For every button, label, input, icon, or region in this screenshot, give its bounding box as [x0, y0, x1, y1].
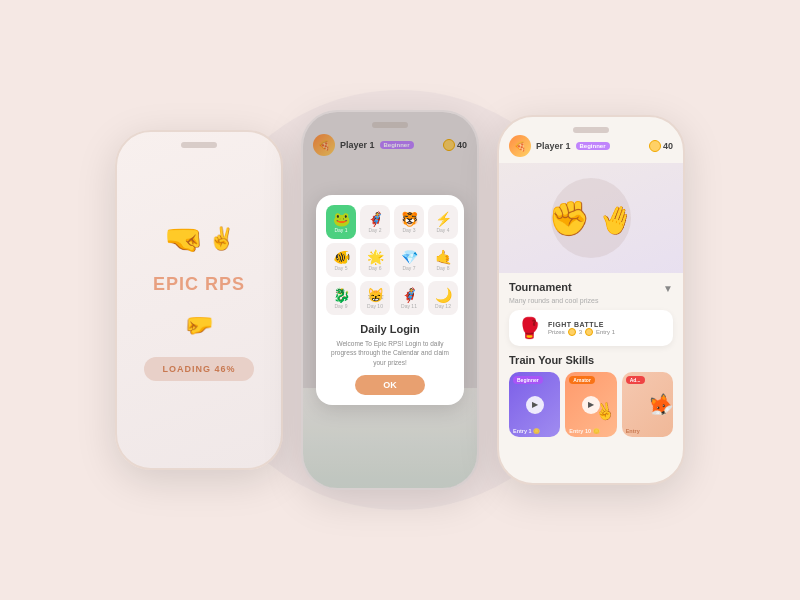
day1-icon: 🐸 — [333, 212, 350, 226]
day9-label: Day 9 — [334, 303, 347, 309]
loading-bar: LOADING 46% — [144, 357, 253, 381]
paper-hand-icon: 🤛 — [184, 311, 214, 339]
calendar-day-5: 🐠 Day 5 — [326, 243, 356, 277]
coin-count-3: 40 — [649, 140, 673, 152]
day9-icon: 🐉 — [333, 288, 350, 302]
day5-icon: 🐠 — [333, 250, 350, 264]
day2-icon: 🦸 — [367, 212, 384, 226]
player-name-3: Player 1 — [536, 141, 571, 151]
phone-loading: 🤜 ✌️ EPIC RPS 🤛 LOADING 46% — [115, 130, 283, 470]
tournament-subtitle: Many rounds and cool prizes — [509, 297, 673, 304]
day11-icon: 🦸 — [401, 288, 418, 302]
phone-daily-login: 🍕 Player 1 Beginner 40 🐸 Day 1 🦸 Day — [301, 110, 479, 490]
modal-title: Daily Login — [326, 323, 454, 335]
tournament-battle-icon: 🥊 — [517, 316, 542, 340]
day12-icon: 🌙 — [435, 288, 452, 302]
prize-coin-1 — [568, 328, 576, 336]
main-scene: 🤜 ✌️ EPIC RPS 🤛 LOADING 46% 🍕 Player 1 B… — [0, 0, 800, 600]
tournament-title: Tournament — [509, 281, 572, 293]
prize-coin-2 — [585, 328, 593, 336]
bottom-hands: 🤛 — [184, 311, 214, 339]
calendar-day-2: 🦸 Day 2 — [360, 205, 390, 239]
train-cards-container: Beginner ▶ Entry 1 🪙 Amator ▶ ✌️ Entry 1… — [509, 372, 673, 437]
calendar-day-10: 😸 Day 10 — [360, 281, 390, 315]
day8-label: Day 8 — [436, 265, 449, 271]
day1-label: Day 1 — [334, 227, 347, 233]
day8-icon: 🤙 — [435, 250, 452, 264]
day4-label: Day 4 — [436, 227, 449, 233]
calendar-day-6: 🌟 Day 6 — [360, 243, 390, 277]
top-hands: 🤜 ✌️ — [164, 220, 235, 258]
calendar-day-12: 🌙 Day 12 — [428, 281, 458, 315]
entry-1: Entry 1 🪙 — [509, 425, 560, 437]
modal-description: Welcome To Epic RPS! Login to daily prog… — [326, 339, 454, 366]
day2-label: Day 2 — [368, 227, 381, 233]
loading-text: LOADING 46% — [162, 364, 235, 374]
entry-3: Entry — [622, 425, 673, 437]
coin-icon-3 — [649, 140, 661, 152]
calendar-day-9: 🐉 Day 9 — [326, 281, 356, 315]
tournament-prizes: Prizes 3 Entry 1 — [548, 328, 665, 336]
hero-hands: ✊ 🤚 — [548, 198, 634, 238]
day10-label: Day 10 — [367, 303, 383, 309]
calendar-day-11: 🦸 Day 11 — [394, 281, 424, 315]
day7-label: Day 7 — [402, 265, 415, 271]
prizes-label: Prizes — [548, 329, 565, 335]
hero-hand-left: ✊ — [548, 199, 590, 237]
calendar-day-1: 🐸 Day 1 — [326, 205, 356, 239]
train-card-advanced[interactable]: Ad... 🦊 Entry — [622, 372, 673, 437]
phone-main: 🍕 Player 1 Beginner 40 ✊ 🤚 Tournament ▼ … — [497, 115, 685, 485]
train-card-beginner[interactable]: Beginner ▶ Entry 1 🪙 — [509, 372, 560, 437]
scissors-hand-icon: ✌️ — [208, 226, 235, 252]
avatar-3: 🍕 — [509, 135, 531, 157]
day11-label: Day 11 — [401, 303, 417, 309]
ok-button[interactable]: OK — [355, 375, 425, 395]
tournament-info: FIGHT BATTLE Prizes 3 Entry 1 — [548, 321, 665, 336]
tournament-name: FIGHT BATTLE — [548, 321, 665, 328]
daily-login-modal: 🐸 Day 1 🦸 Day 2 🐯 Day 3 ⚡ Day 4 — [316, 195, 464, 404]
train-title: Train Your Skills — [509, 354, 673, 366]
calendar-day-7: 💎 Day 7 — [394, 243, 424, 277]
player-badge-3: Beginner — [576, 142, 610, 150]
calendar-day-4: ⚡ Day 4 — [428, 205, 458, 239]
day3-icon: 🐯 — [401, 212, 418, 226]
day7-icon: 💎 — [401, 250, 418, 264]
train-card-amator[interactable]: Amator ▶ ✌️ Entry 10 🪙 — [565, 372, 616, 437]
prizes-value: 3 — [579, 329, 582, 335]
phone-notch-3 — [573, 127, 609, 133]
modal-overlay: 🐸 Day 1 🦸 Day 2 🐯 Day 3 ⚡ Day 4 — [303, 112, 477, 488]
hero-section: ✊ 🤚 — [499, 163, 683, 273]
phone3-header: 🍕 Player 1 Beginner 40 — [499, 117, 683, 163]
day4-icon: ⚡ — [435, 212, 452, 226]
coin-value-3: 40 — [663, 141, 673, 151]
day6-label: Day 6 — [368, 265, 381, 271]
rock-hand-icon: 🤜 — [164, 220, 204, 258]
calendar-day-3: 🐯 Day 3 — [394, 205, 424, 239]
beginner-badge: Beginner — [513, 376, 543, 384]
tournament-card[interactable]: 🥊 FIGHT BATTLE Prizes 3 Entry 1 — [509, 310, 673, 346]
entry-label: Entry 1 — [596, 329, 615, 335]
app-title: EPIC RPS — [153, 274, 245, 295]
phone-notch — [181, 142, 217, 148]
calendar-grid: 🐸 Day 1 🦸 Day 2 🐯 Day 3 ⚡ Day 4 — [326, 205, 454, 315]
tournament-header: Tournament ▼ — [509, 281, 673, 295]
day3-label: Day 3 — [402, 227, 415, 233]
day10-icon: 😸 — [367, 288, 384, 302]
loading-screen: 🤜 ✌️ EPIC RPS 🤛 LOADING 46% — [117, 132, 281, 468]
calendar-day-8: 🤙 Day 8 — [428, 243, 458, 277]
hand-emoji-3: 🦊 — [645, 389, 673, 420]
dropdown-icon[interactable]: ▼ — [663, 283, 673, 294]
hero-hand-right: 🤚 — [595, 199, 639, 242]
phone3-body: Tournament ▼ Many rounds and cool prizes… — [499, 273, 683, 483]
day5-label: Day 5 — [334, 265, 347, 271]
day12-label: Day 12 — [435, 303, 451, 309]
amator-badge: Amator — [569, 376, 595, 384]
entry-2: Entry 10 🪙 — [565, 425, 616, 437]
day6-icon: 🌟 — [367, 250, 384, 264]
advanced-badge: Ad... — [626, 376, 645, 384]
play-button-1[interactable]: ▶ — [526, 396, 544, 414]
